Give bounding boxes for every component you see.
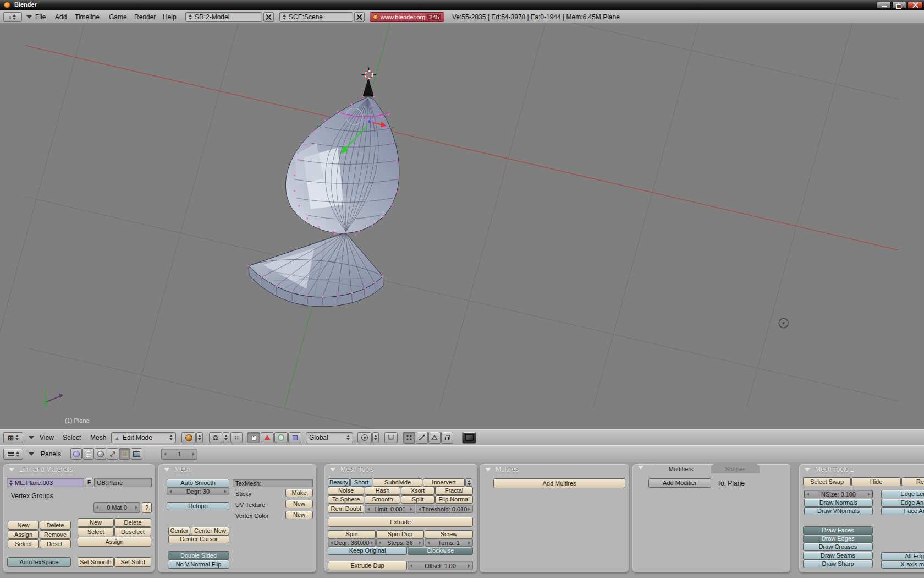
extrude-dup-button[interactable]: Extrude Dup (328, 561, 407, 570)
noise-button[interactable]: Noise (328, 487, 364, 495)
proportional-edit-button[interactable]: ∷ (230, 432, 243, 443)
manipulator-center[interactable] (368, 120, 371, 123)
innervert-button[interactable]: Innervert (423, 478, 465, 487)
panel-collapse-icon[interactable] (805, 468, 810, 472)
all-edges-toggle[interactable]: All Edges (881, 552, 924, 560)
menu-select[interactable]: Select (63, 434, 81, 441)
face-select-mode-button[interactable] (428, 432, 441, 444)
steps-stepper[interactable]: Steps: 36 (376, 538, 424, 547)
short-toggle[interactable]: Short (350, 478, 372, 487)
beauty-toggle[interactable]: Beauty (328, 478, 350, 487)
collapse-menu-icon[interactable] (29, 436, 34, 439)
hide-button[interactable]: Hide (851, 477, 901, 486)
snap-button[interactable] (384, 432, 398, 443)
vertex-color-new-button[interactable]: New (285, 511, 313, 519)
no-vnormal-flip-toggle[interactable]: No V.Normal Flip (168, 560, 229, 569)
editing-context-button[interactable] (119, 448, 130, 460)
split-button[interactable]: Split (401, 495, 435, 504)
minimize-button[interactable] (877, 2, 891, 9)
material-help-button[interactable]: ? (142, 502, 152, 513)
menu-add[interactable]: Add (55, 13, 67, 21)
smooth-button[interactable]: Smooth (365, 495, 400, 504)
mesh-object[interactable] (248, 78, 399, 307)
panels-menu[interactable]: Panels (41, 450, 61, 458)
restore-button[interactable] (892, 2, 906, 9)
sticky-make-button[interactable]: Make (285, 489, 313, 497)
mesh-datablock-field[interactable]: ME:Plane.003 (7, 478, 84, 487)
double-sided-toggle[interactable]: Double Sided (168, 551, 229, 560)
material-assign-button[interactable]: Assign (78, 537, 151, 547)
orientation-selector[interactable]: Global (306, 432, 353, 443)
panel-collapse-icon[interactable] (164, 468, 169, 472)
material-deselect-button[interactable]: Deselect (114, 527, 151, 536)
innervert-stepper[interactable] (465, 478, 472, 487)
tab-modifiers[interactable]: Modifiers (652, 464, 710, 473)
menu-render[interactable]: Render (134, 13, 156, 21)
menu-mesh[interactable]: Mesh (90, 434, 106, 441)
set-solid-button[interactable]: Set Solid (114, 557, 151, 567)
fake-user-button[interactable]: F (85, 478, 94, 487)
material-index-stepper[interactable]: 0 Mat 0 (94, 502, 140, 513)
fractal-button[interactable]: Fractal (435, 487, 473, 495)
window-type-button[interactable]: i (3, 12, 22, 22)
scene-delete-button[interactable] (354, 12, 365, 22)
vertex-select-mode-button[interactable] (403, 432, 415, 444)
hash-button[interactable]: Hash (365, 487, 400, 495)
menu-timeline[interactable]: Timeline (75, 13, 100, 21)
center-button[interactable]: Center (168, 527, 190, 535)
uv-texture-new-button[interactable]: New (285, 500, 313, 508)
menu-file[interactable]: File (35, 13, 46, 21)
shading-context-button[interactable] (95, 448, 106, 460)
degrees-stepper[interactable]: Degr: 360.00 (328, 538, 376, 547)
spin-dup-button[interactable]: Spin Dup (376, 530, 424, 538)
nsize-stepper[interactable]: NSize: 0.100 (804, 490, 873, 498)
screen-delete-button[interactable] (263, 12, 274, 22)
collapse-menu-icon[interactable] (29, 452, 34, 456)
select-swap-button[interactable]: Select Swap (803, 477, 851, 486)
pivot-stepper[interactable] (372, 432, 379, 443)
edge-length-toggle[interactable]: Edge Length (881, 490, 924, 498)
viewport-3d[interactable] (0, 23, 924, 429)
buttons-page-stepper[interactable]: 1 (161, 449, 197, 460)
rem-doubles-button[interactable]: Rem Doubl (328, 505, 364, 513)
clockwise-toggle[interactable]: Clockwise (408, 547, 473, 555)
menu-game[interactable]: Game (109, 13, 127, 21)
material-delete-button[interactable]: Delete (114, 518, 151, 527)
draw-sharp-toggle[interactable]: Draw Sharp (803, 560, 873, 568)
x-axis-mirror-toggle[interactable]: X-axis mirror (881, 560, 924, 569)
material-select-button[interactable]: Select (78, 527, 114, 536)
face-area-toggle[interactable]: Face Area (881, 507, 924, 515)
keep-original-toggle[interactable]: Keep Original (328, 547, 407, 555)
turns-stepper[interactable]: Turns: 1 (425, 538, 473, 547)
edge-select-mode-button[interactable] (416, 432, 428, 444)
limit-stepper[interactable]: Limit: 0.001 (365, 505, 415, 513)
add-multires-button[interactable]: Add Multires (493, 478, 625, 488)
draw-type-button[interactable] (182, 432, 196, 443)
draw-normals-toggle[interactable]: Draw Normals (804, 499, 873, 507)
close-button[interactable] (908, 2, 923, 9)
draw-seams-toggle[interactable]: Draw Seams (803, 552, 873, 560)
screen-selector[interactable]: SR:2-Model (185, 12, 262, 22)
retopo-toggle[interactable]: Retopo (167, 502, 229, 510)
rotate-stepper[interactable] (223, 432, 229, 443)
vgroup-assign-button[interactable]: Assign (8, 530, 39, 539)
extrude-button[interactable]: Extrude (328, 517, 473, 527)
xsort-button[interactable]: Xsort (401, 487, 435, 495)
vgroup-new-button[interactable]: New (8, 521, 39, 530)
center-new-button[interactable]: Center New (191, 527, 229, 535)
rotate-view-button[interactable]: Ω (209, 432, 222, 443)
vgroup-delete-button[interactable]: Delete (40, 521, 71, 530)
scene-selector[interactable]: SCE:Scene (279, 12, 353, 22)
menu-view[interactable]: View (40, 434, 54, 441)
screw-button[interactable]: Screw (425, 530, 473, 538)
vgroup-remove-button[interactable]: Remove (40, 530, 71, 539)
mode-selector[interactable]: ▲ Edit Mode (111, 432, 176, 443)
vgroup-deselect-button[interactable]: Desel. (40, 539, 71, 548)
offset-stepper[interactable]: Offset: 1.00 (408, 561, 473, 570)
collapse-menu-icon[interactable] (26, 15, 32, 19)
panel-collapse-icon[interactable] (485, 468, 491, 472)
auto-smooth-degrees-stepper[interactable]: Degr: 30 (167, 487, 229, 495)
occlude-geometry-button[interactable] (441, 432, 453, 444)
scene-context-button[interactable] (131, 448, 142, 460)
threshold-stepper[interactable]: Threshold: 0.010 (416, 505, 473, 513)
